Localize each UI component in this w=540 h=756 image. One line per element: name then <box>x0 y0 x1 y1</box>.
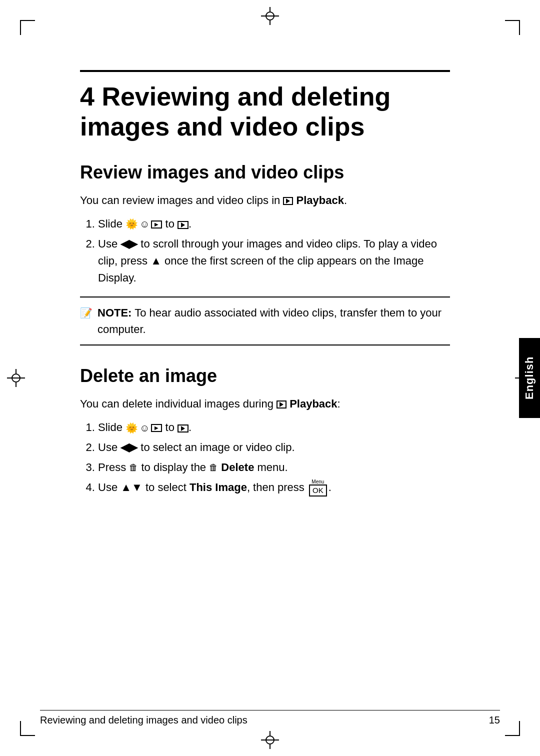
section-review: Review images and video clips You can re… <box>80 162 450 346</box>
chapter-title: 4 Reviewing and deleting images and vide… <box>80 82 450 142</box>
corner-mark-br <box>505 721 520 736</box>
delete-step-1: Slide 🌞 ☺ ▶ to . <box>98 419 450 436</box>
playback-icon-inline-2 <box>276 400 286 408</box>
review-step-1: Slide 🌞 ☺ ▶ to . <box>98 216 450 232</box>
note-label: NOTE: <box>98 306 132 319</box>
delete-step-4: Use ▲▼ to select This Image, then press … <box>98 479 450 496</box>
playback-label: Playback <box>296 194 344 206</box>
crosshair-top <box>261 7 279 25</box>
lr-arrows: ◀▶ <box>120 238 138 250</box>
play-arrow-icon-2 <box>181 426 185 431</box>
slide-icons-2: 🌞 ☺ ▶ <box>126 420 162 436</box>
playback-mode-icon <box>178 221 188 229</box>
play-box-icon-2 <box>276 400 286 408</box>
sidebar-english-label: English <box>519 338 540 418</box>
menu-text: Menu <box>309 480 327 484</box>
playback-mode-icon-2 <box>178 424 188 432</box>
crosshair-left <box>7 369 25 387</box>
play-box-icon <box>283 197 293 205</box>
play-arrow-icon <box>181 222 185 228</box>
chapter-title-text: Reviewing and deleting images and video … <box>80 82 390 141</box>
section-delete-heading: Delete an image <box>80 366 450 386</box>
note-icon: 📝 <box>80 306 92 320</box>
footer-line: Reviewing and deleting images and video … <box>40 710 500 726</box>
menu-ok-button: Menu OK <box>309 480 327 496</box>
main-content: 4 Reviewing and deleting images and vide… <box>40 30 500 544</box>
scene-icon: ☺ <box>140 216 150 232</box>
section-delete: Delete an image You can delete individua… <box>80 366 450 496</box>
video-icon: ▶ <box>151 220 162 228</box>
play-triangle-icon-2 <box>280 402 284 407</box>
lr-arrows-2: ◀▶ <box>120 441 138 454</box>
note-text: NOTE: To hear audio associated with vide… <box>98 304 450 338</box>
up-arrow: ▲ <box>150 254 162 267</box>
camera-icon-2: 🌞 <box>126 420 138 436</box>
this-image-label: This Image <box>190 481 247 494</box>
review-steps: Slide 🌞 ☺ ▶ to . Use ◀▶ to scr <box>98 216 450 286</box>
footer-chapter-text: Reviewing and deleting images and video … <box>40 714 248 726</box>
corner-mark-bl <box>20 721 35 736</box>
play-triangle-icon <box>286 198 290 204</box>
delete-icon-inline: 🗑 <box>129 461 138 475</box>
section-delete-intro: You can delete individual images during … <box>80 396 450 412</box>
ud-arrows: ▲▼ <box>120 481 142 494</box>
section-review-intro: You can review images and video clips in… <box>80 192 450 208</box>
chapter-heading: 4 Reviewing and deleting images and vide… <box>80 70 450 142</box>
playback-label-2: Playback <box>290 398 337 410</box>
corner-mark-tl <box>20 20 35 35</box>
page: English 4 Reviewing and deleting images … <box>0 0 540 756</box>
review-step-2: Use ◀▶ to scroll through your images and… <box>98 236 450 286</box>
footer: Reviewing and deleting images and video … <box>40 710 500 726</box>
camera-icon: 🌞 <box>126 216 138 232</box>
ok-text: OK <box>309 484 327 496</box>
section-review-heading: Review images and video clips <box>80 162 450 183</box>
delete-step-3: Press 🗑 to display the 🗑 Delete menu. <box>98 459 450 476</box>
slide-icons-1: 🌞 ☺ ▶ <box>126 216 162 232</box>
note-box: 📝 NOTE: To hear audio associated with vi… <box>80 296 450 346</box>
footer-page-number: 15 <box>489 714 500 726</box>
video-icon-2: ▶ <box>151 424 162 432</box>
crosshair-bottom <box>261 731 279 749</box>
delete-step-2: Use ◀▶ to select an image or video clip. <box>98 439 450 456</box>
delete-steps: Slide 🌞 ☺ ▶ to . Use ◀▶ to select an ima… <box>98 419 450 496</box>
delete-label: Delete <box>221 461 254 474</box>
corner-mark-tr <box>505 20 520 35</box>
scene-icon-2: ☺ <box>140 420 150 436</box>
playback-icon-inline <box>283 197 293 205</box>
chapter-number: 4 <box>80 82 94 111</box>
delete-icon-menu: 🗑 <box>209 461 218 475</box>
